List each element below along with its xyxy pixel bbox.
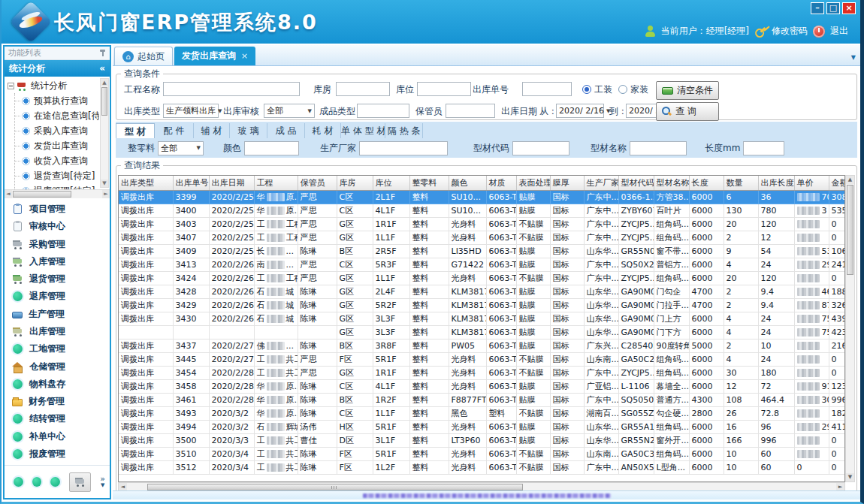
scroll-down-icon[interactable]: ▼: [101, 180, 108, 187]
project-name-input[interactable]: [163, 82, 300, 96]
table-row[interactable]: 调拨出库33992020/2/25华原...严思C区2L1F整料SU10...6…: [119, 190, 845, 204]
table-row[interactable]: 调拨出库34132020/2/26南...严思C区5R3F整料G71422606…: [119, 258, 845, 271]
column-header[interactable]: 膜厚: [550, 176, 584, 190]
tree-item[interactable]: 退货查询[待定]: [15, 168, 99, 183]
column-header[interactable]: 金额: [829, 176, 845, 190]
column-header[interactable]: 库房: [337, 176, 373, 190]
clear-conditions-button[interactable]: 清空条件: [656, 81, 719, 100]
collapse-icon[interactable]: «: [99, 63, 105, 74]
column-header[interactable]: 出库日期: [209, 176, 254, 190]
whole-select[interactable]: 全部 ▼: [158, 141, 204, 155]
tree-item[interactable]: 发货出库查询: [15, 138, 99, 153]
scroll-right-icon[interactable]: ►: [102, 190, 110, 198]
material-tab[interactable]: 辅 材: [194, 123, 230, 138]
scroll-up-icon[interactable]: ▲: [846, 176, 854, 184]
column-header[interactable]: 整零料: [409, 176, 449, 190]
scroll-down-icon[interactable]: ▼: [846, 473, 854, 481]
collapsed-menu-icon[interactable]: [32, 477, 42, 487]
table-row[interactable]: 调拨出库34942020/3/2石辉城汤伟H区5R1F整料光身料6063-T5贴…: [119, 420, 845, 433]
scrollbar-thumb[interactable]: [13, 191, 71, 198]
sidebar-item[interactable]: 仓储管理: [12, 359, 110, 374]
scrollbar-thumb[interactable]: [147, 484, 523, 490]
change-password-link[interactable]: 修改密码: [772, 25, 808, 38]
radio-home[interactable]: 家装: [618, 82, 648, 97]
sidebar-item[interactable]: 工地管理: [12, 342, 110, 357]
column-header[interactable]: 单价: [794, 176, 829, 190]
menu-overflow-chevron[interactable]: » ▼: [100, 475, 105, 489]
sidebar-item[interactable]: 报废管理: [12, 446, 110, 461]
code-filter-input[interactable]: [512, 141, 569, 155]
search-button[interactable]: 查 询: [656, 102, 719, 121]
table-row[interactable]: 调拨出库34302020/2/26石城陈琳G区3L3F整料KLM38176063…: [119, 312, 845, 325]
column-header[interactable]: 工程: [254, 176, 298, 190]
sidebar-item[interactable]: 审核中心: [12, 219, 110, 234]
tab-list-dropdown-icon[interactable]: ▼: [851, 54, 856, 61]
column-header[interactable]: 材质: [486, 176, 516, 190]
pin-icon[interactable]: [99, 49, 106, 57]
tree-expander-icon[interactable]: [8, 83, 14, 89]
radio-industrial[interactable]: 工装: [582, 82, 612, 97]
maximize-button[interactable]: □: [826, 2, 840, 14]
scroll-up-icon[interactable]: ▲: [101, 79, 108, 86]
column-header[interactable]: 长度: [689, 176, 724, 190]
close-button[interactable]: ×: [842, 2, 856, 14]
table-row[interactable]: 调拨出库35002020/3/3工共工程曹佳D区3L1F整料LT3P606063…: [119, 433, 845, 447]
menu-cart-button[interactable]: [69, 472, 91, 492]
out-type-select[interactable]: 生产领料出库 ▼: [163, 104, 219, 118]
sidebar-item[interactable]: 退库管理: [12, 289, 110, 304]
table-row[interactable]: 调拨出库34612020/2/28华原...陈琳B区1R2F整料F8877FT6…: [119, 393, 845, 406]
sidebar-item[interactable]: 生产管理: [12, 306, 110, 321]
color-filter-input[interactable]: [244, 141, 299, 155]
tree-item[interactable]: 采购入库查询: [15, 123, 99, 138]
table-row[interactable]: 调拨出库34072020/2/25工工程严思G区1L1F整料光身料6063-T5…: [119, 231, 845, 244]
sidebar-item[interactable]: 物料盘存: [12, 376, 110, 391]
sidebar-item[interactable]: 结转管理: [12, 412, 110, 427]
product-type-input[interactable]: [357, 104, 409, 118]
tree-item[interactable]: 在途信息查询[待: [15, 108, 99, 123]
scrollbar-thumb[interactable]: [101, 87, 107, 116]
tree-root[interactable]: 统计分析: [8, 78, 99, 93]
date-from-select[interactable]: 2020/ 2/16 ▼: [556, 104, 604, 118]
column-header[interactable]: 库位: [373, 176, 409, 190]
manufacturer-filter-input[interactable]: [359, 141, 448, 155]
tree-item[interactable]: 退库管理[待定]: [15, 183, 99, 189]
length-filter-input[interactable]: [743, 141, 784, 155]
order-no-input[interactable]: [522, 82, 572, 96]
logout-link[interactable]: 退出: [830, 25, 848, 38]
grid-horizontal-scrollbar[interactable]: ◄ ►: [118, 482, 845, 490]
tree-item[interactable]: 收货入库查询: [15, 153, 99, 168]
tree-vertical-scrollbar[interactable]: ▲ ▼: [100, 78, 109, 188]
material-tab[interactable]: 单 体 型 材: [341, 123, 385, 138]
collapsed-menu-icon[interactable]: [50, 477, 60, 487]
material-tab[interactable]: 配 件: [155, 123, 194, 138]
warehouse-input[interactable]: [336, 82, 390, 96]
table-row[interactable]: 调拨出库34582020/2/28华原...陈琳C区4L1F整料光身料6063-…: [119, 379, 845, 393]
column-header[interactable]: 数量: [724, 176, 758, 190]
table-row[interactable]: 调拨出库35102020/3/4工共工程陈琳F区5R1F整料光身料6063-T5…: [119, 447, 845, 460]
location-input[interactable]: [417, 82, 471, 96]
tab-home[interactable]: ⌂ 起始页: [114, 47, 173, 65]
keeper-input[interactable]: [446, 104, 495, 118]
sidebar-item[interactable]: 财务管理: [12, 394, 110, 409]
material-tab[interactable]: 耗 材: [305, 123, 341, 138]
tab-close-icon[interactable]: ×: [241, 51, 248, 61]
table-row[interactable]: 调拨出库34002020/2/25华原...严思C区4L1F整料SU10...6…: [119, 204, 845, 217]
column-header[interactable]: 型材代码: [618, 176, 654, 190]
tree-item[interactable]: 预算执行查询: [15, 93, 99, 108]
sidebar-item[interactable]: 入库管理: [12, 254, 110, 269]
scroll-left-icon[interactable]: ◄: [5, 190, 12, 198]
column-header[interactable]: 出库长度: [758, 176, 794, 190]
column-header[interactable]: 保管员: [298, 176, 337, 190]
minimize-button[interactable]: –: [811, 2, 824, 14]
material-tab[interactable]: 隔 热 条: [385, 123, 423, 138]
tree-horizontal-scrollbar[interactable]: ◄ ►: [5, 189, 110, 198]
material-tab[interactable]: 玻 璃: [230, 123, 267, 138]
table-row[interactable]: 调拨出库34282020/2/26石城陈琳G区2L4F整料KLM38176063…: [119, 285, 845, 298]
sidebar-item[interactable]: 项目管理: [12, 202, 110, 217]
sidebar-item[interactable]: 补单中心: [12, 429, 110, 444]
scroll-right-icon[interactable]: ►: [836, 483, 844, 490]
material-tab[interactable]: 成 品: [267, 123, 305, 138]
table-row[interactable]: 调拨出库34932020/3/2华原...陈琳C区1L1F整料黑色塑料不贴膜国标…: [119, 406, 845, 420]
table-row[interactable]: 调拨出库35122020/3/4工共工程陈琳F区1L2F整料光身料6063-T5…: [119, 460, 845, 474]
scrollbar-thumb[interactable]: [847, 185, 853, 275]
